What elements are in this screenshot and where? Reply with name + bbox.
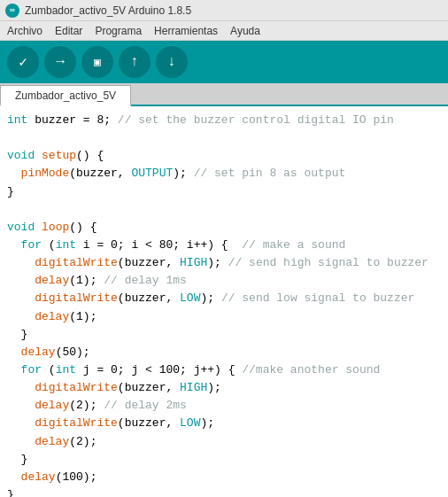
code-line: digitalWrite(buzzer, LOW); // send low s… bbox=[7, 290, 441, 307]
code-line: digitalWrite(buzzer, LOW); bbox=[7, 415, 441, 432]
upload-button[interactable]: → bbox=[44, 46, 76, 78]
code-line: delay(100); bbox=[7, 469, 441, 486]
code-line: delay(2); // delay 2ms bbox=[7, 397, 441, 415]
menu-bar: Archivo Editar Programa Herramientas Ayu… bbox=[0, 21, 448, 41]
open-button[interactable]: ↑ bbox=[119, 46, 151, 78]
new-button[interactable]: ▣ bbox=[81, 46, 113, 78]
code-line: delay(2); bbox=[7, 433, 441, 451]
code-blank-line bbox=[7, 201, 441, 219]
save-button[interactable]: ↓ bbox=[156, 46, 188, 78]
code-line: } bbox=[7, 183, 441, 201]
code-line: } bbox=[7, 451, 441, 469]
app-icon: ∞ bbox=[5, 4, 19, 18]
title-bar: ∞ Zumbador_activo_5V Arduino 1.8.5 bbox=[0, 0, 448, 21]
verify-button[interactable]: ✓ bbox=[7, 46, 39, 78]
code-line: pinMode(buzzer, OUTPUT); // set pin 8 as… bbox=[7, 165, 441, 182]
code-blank-line bbox=[7, 129, 441, 147]
menu-ayuda[interactable]: Ayuda bbox=[230, 25, 260, 37]
check-icon: ✓ bbox=[19, 53, 27, 71]
tab-zumbador[interactable]: Zumbador_activo_5V bbox=[0, 85, 131, 106]
code-line: delay(50); bbox=[7, 344, 441, 361]
code-area[interactable]: int buzzer = 8; // set the buzzer contro… bbox=[0, 106, 448, 497]
save-icon: ↓ bbox=[167, 54, 176, 70]
code-line: void setup() { bbox=[7, 147, 441, 165]
code-line: } bbox=[7, 326, 441, 344]
code-line: digitalWrite(buzzer, HIGH); // send high… bbox=[7, 254, 441, 272]
open-icon: ↑ bbox=[130, 54, 139, 70]
code-line: delay(1); // delay 1ms bbox=[7, 272, 441, 290]
menu-archivo[interactable]: Archivo bbox=[7, 25, 42, 37]
code-line: for (int j = 0; j < 100; j++) { //make a… bbox=[7, 361, 441, 379]
tab-bar: Zumbador_activo_5V bbox=[0, 83, 448, 106]
code-line: int buzzer = 8; // set the buzzer contro… bbox=[7, 112, 441, 129]
menu-editar[interactable]: Editar bbox=[55, 25, 82, 37]
menu-programa[interactable]: Programa bbox=[95, 25, 142, 37]
code-line: for (int i = 0; i < 80; i++) { // make a… bbox=[7, 237, 441, 254]
toolbar: ✓ → ▣ ↑ ↓ bbox=[0, 41, 448, 83]
title-bar-text: Zumbador_activo_5V Arduino 1.8.5 bbox=[25, 4, 191, 17]
code-line: } bbox=[7, 486, 441, 497]
code-line: delay(1); bbox=[7, 308, 441, 326]
menu-herramientas[interactable]: Herramientas bbox=[154, 25, 218, 37]
code-line: void loop() { bbox=[7, 219, 441, 237]
code-line: digitalWrite(buzzer, HIGH); bbox=[7, 379, 441, 397]
upload-icon: → bbox=[56, 54, 65, 70]
new-icon: ▣ bbox=[94, 55, 101, 69]
